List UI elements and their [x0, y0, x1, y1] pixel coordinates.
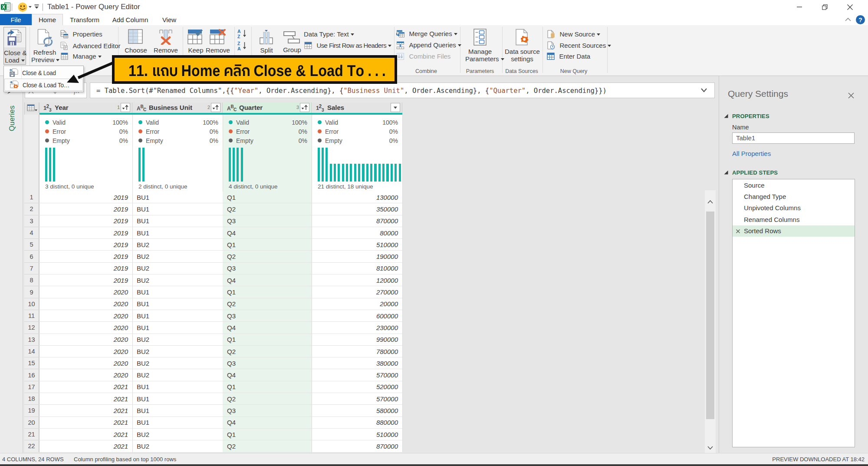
combine-files-button[interactable]: Combine Files	[396, 53, 450, 60]
table-row[interactable]: 32019BU1Q3870000	[24, 215, 402, 227]
table-row[interactable]: 172021BU1Q1520000	[24, 381, 402, 393]
cell-quarter[interactable]: Q2	[223, 393, 312, 405]
table-row[interactable]: 52019BU2Q1510000	[24, 239, 402, 251]
cell-sales[interactable]: 20000	[312, 298, 402, 310]
cell-quarter[interactable]: Q3	[223, 357, 312, 369]
column-header-quarter[interactable]: ABC Quarter 3	[223, 102, 312, 113]
cell-quarter[interactable]: Q1	[223, 381, 312, 393]
cell-sales[interactable]: 510000	[312, 239, 402, 251]
applied-step-renamed-columns[interactable]: Renamed Columns	[733, 214, 855, 225]
cell-business-unit[interactable]: BU1	[132, 227, 223, 239]
scroll-up-icon[interactable]	[707, 200, 713, 204]
cell-sales[interactable]: 190000	[312, 251, 402, 262]
restore-button[interactable]	[815, 0, 835, 14]
formula-expand-icon[interactable]	[700, 87, 708, 93]
delete-step-icon[interactable]	[736, 229, 740, 234]
filter-button[interactable]	[391, 103, 400, 114]
tab-file[interactable]: File	[0, 14, 32, 25]
cell-quarter[interactable]: Q2	[223, 203, 312, 215]
cell-quarter[interactable]: Q2	[223, 298, 312, 310]
table-row[interactable]: 182021BU1Q2570000	[24, 393, 402, 405]
tab-add-column[interactable]: Add Column	[106, 14, 154, 25]
cell-business-unit[interactable]: BU2	[132, 440, 223, 452]
append-queries-button[interactable]: Append Queries	[396, 41, 461, 49]
cell-business-unit[interactable]: BU1	[132, 203, 223, 215]
applied-step-source[interactable]: Source	[733, 179, 855, 191]
cell-quarter[interactable]: Q1	[223, 334, 312, 346]
use-first-row-button[interactable]: Use First Row as Headers	[304, 42, 391, 50]
table-row[interactable]: 82019BU2Q4120000	[24, 274, 402, 286]
collapse-ribbon-icon[interactable]	[845, 17, 852, 22]
cell-sales[interactable]: 570000	[312, 393, 402, 405]
cell-business-unit[interactable]: BU1	[132, 298, 223, 310]
applied-step-changed-type[interactable]: Changed Type	[733, 191, 855, 202]
cell-sales[interactable]: 120000	[312, 274, 402, 286]
cell-year[interactable]: 2019	[39, 215, 132, 227]
data-type-button[interactable]: Data Type: Text	[304, 30, 354, 38]
applied-step-sorted-rows[interactable]: Sorted Rows	[733, 225, 855, 237]
cell-year[interactable]: 2019	[39, 251, 132, 262]
cell-year[interactable]: 2020	[39, 369, 132, 381]
cell-quarter[interactable]: Q2	[223, 440, 312, 452]
cell-year[interactable]: 2020	[39, 346, 132, 357]
all-properties-link[interactable]: All Properties	[732, 150, 771, 157]
scroll-down-icon[interactable]	[707, 446, 713, 450]
cell-year[interactable]: 2019	[39, 274, 132, 286]
cell-business-unit[interactable]: BU2	[132, 274, 223, 286]
table-row[interactable]: 202021BU1Q4880000	[24, 417, 402, 429]
quick-access-toolbar-icon[interactable]	[34, 4, 39, 10]
cell-quarter[interactable]: Q3	[223, 263, 312, 274]
filter-sort-button[interactable]	[211, 103, 220, 114]
column-header-business-unit[interactable]: ABC Business Unit 2	[132, 102, 223, 113]
table-row[interactable]: 162020BU2Q4570000	[24, 369, 402, 381]
cell-sales[interactable]: 130000	[312, 192, 402, 203]
formula-input[interactable]: = Table.Sort(#"Renamed Columns",{{"Year"…	[90, 83, 715, 98]
table-row[interactable]: 122020BU1Q4230000	[24, 322, 402, 334]
cell-business-unit[interactable]: BU1	[132, 286, 223, 298]
table-row[interactable]: 12019BU1Q1130000	[24, 192, 402, 203]
cell-quarter[interactable]: Q4	[223, 322, 312, 334]
cell-year[interactable]: 2021	[39, 440, 132, 452]
table-row[interactable]: 42019BU1Q480000	[24, 227, 402, 239]
cell-quarter[interactable]: Q3	[223, 310, 312, 322]
cell-business-unit[interactable]: BU1	[132, 192, 223, 203]
cell-business-unit[interactable]: BU2	[132, 239, 223, 251]
filter-sort-button[interactable]	[121, 103, 130, 114]
sort-ascending-button[interactable]: A Z	[237, 29, 248, 41]
cell-business-unit[interactable]: BU1	[132, 393, 223, 405]
manage-button[interactable]: Manage	[61, 53, 102, 60]
column-header-year[interactable]: 123 Year 1	[39, 102, 132, 113]
cell-quarter[interactable]: Q1	[223, 239, 312, 251]
cell-sales[interactable]: 570000	[312, 369, 402, 381]
cell-year[interactable]: 2020	[39, 286, 132, 298]
table-row[interactable]: 142020BU2Q2780000	[24, 346, 402, 357]
cell-year[interactable]: 2019	[39, 227, 132, 239]
sort-descending-button[interactable]: Z A	[237, 41, 248, 53]
data-source-settings-button[interactable]: Data source settings	[505, 27, 539, 66]
cell-business-unit[interactable]: BU2	[132, 251, 223, 262]
enter-data-button[interactable]: Enter Data	[547, 53, 590, 60]
cell-business-unit[interactable]: BU2	[132, 346, 223, 357]
cell-quarter[interactable]: Q1	[223, 192, 312, 203]
minimize-button[interactable]	[789, 0, 809, 14]
cell-business-unit[interactable]: BU2	[132, 263, 223, 274]
table-row[interactable]: 112020BU1Q3600000	[24, 310, 402, 322]
cell-business-unit[interactable]: BU2	[132, 334, 223, 346]
column-header-sales[interactable]: 123 Sales	[312, 102, 402, 113]
cell-quarter[interactable]: Q2	[223, 346, 312, 357]
cell-sales[interactable]: 580000	[312, 405, 402, 416]
cell-sales[interactable]: 780000	[312, 346, 402, 357]
cell-year[interactable]: 2019	[39, 203, 132, 215]
advanced-editor-button[interactable]: Advanced Editor	[60, 42, 121, 50]
cell-quarter[interactable]: Q4	[223, 274, 312, 286]
cell-business-unit[interactable]: BU1	[132, 417, 223, 429]
cell-sales[interactable]: 510000	[312, 429, 402, 440]
cell-quarter[interactable]: Q4	[223, 417, 312, 429]
cell-sales[interactable]: 810000	[312, 263, 402, 274]
tab-view[interactable]: View	[154, 14, 184, 25]
cell-sales[interactable]: 230000	[312, 322, 402, 334]
cell-business-unit[interactable]: BU1	[132, 310, 223, 322]
merge-queries-button[interactable]: Merge Queries	[396, 30, 457, 38]
table-row[interactable]: 222021BU2Q2870000	[24, 440, 402, 452]
applied-step-unpivoted-columns[interactable]: Unpivoted Columns	[733, 202, 855, 214]
